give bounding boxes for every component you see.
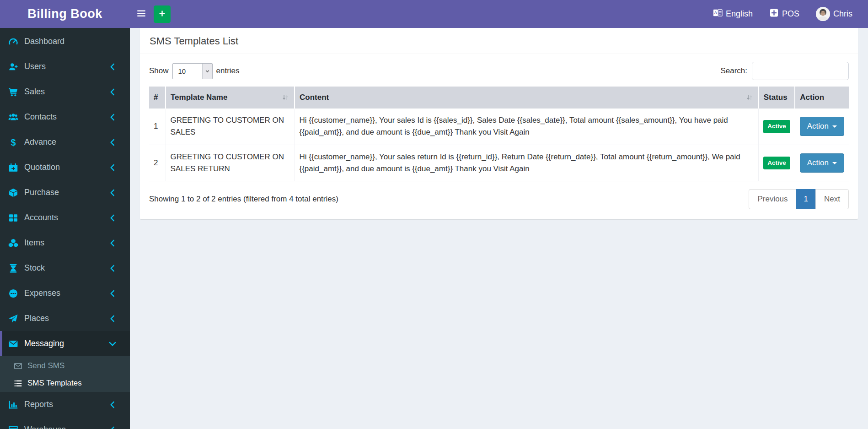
sidebar-item-label: Reports bbox=[24, 400, 53, 409]
show-label: Show bbox=[149, 66, 169, 76]
sidebar-item-label: Quotation bbox=[24, 163, 60, 172]
sidebar-item-places[interactable]: Places bbox=[0, 306, 130, 331]
sidebar-item-dashboard[interactable]: Dashboard bbox=[0, 29, 130, 54]
language-menu[interactable]: A English bbox=[707, 0, 759, 28]
sms-templates-panel: SMS Templates List Show 10 entries Searc… bbox=[140, 26, 858, 219]
sidebar-item-messaging[interactable]: Messaging bbox=[0, 331, 130, 356]
table-icon bbox=[8, 425, 18, 429]
plus-icon bbox=[158, 10, 166, 19]
column-header-template-name[interactable]: Template Name bbox=[166, 87, 295, 109]
templates-table: #Template NameContentStatusAction 1GREET… bbox=[149, 87, 849, 181]
chevron-left-icon bbox=[107, 137, 118, 147]
sidebar-item-label: Expenses bbox=[24, 288, 60, 298]
sidebar-subitem-sms-templates[interactable]: SMS Templates bbox=[0, 375, 130, 392]
plus-square-icon bbox=[769, 8, 779, 20]
sidebar-item-sales[interactable]: Sales bbox=[0, 79, 130, 104]
sidebar-item-contacts[interactable]: Contacts bbox=[0, 104, 130, 130]
cube-icon bbox=[8, 188, 18, 198]
sidebar: DashboardUsersSalesContacts$AdvanceQuota… bbox=[0, 28, 130, 429]
pagination-previous[interactable]: Previous bbox=[749, 189, 796, 209]
chevron-left-icon bbox=[107, 314, 118, 324]
pos-label: POS bbox=[782, 9, 799, 19]
action-button-label: Action bbox=[807, 122, 829, 131]
sidebar-item-items[interactable]: Items bbox=[0, 230, 130, 255]
sidebar-subitem-label: SMS Templates bbox=[27, 379, 82, 388]
sidebar-item-advance[interactable]: $Advance bbox=[0, 130, 130, 155]
template-name-cell: GREETING TO CUSTOMER ON SALES bbox=[166, 109, 295, 145]
sidebar-item-stock[interactable]: Stock bbox=[0, 255, 130, 281]
column-header-label: Action bbox=[800, 93, 824, 102]
list-icon bbox=[14, 379, 22, 388]
template-name-cell: GREETING TO CUSTOMER ON SALES RETURN bbox=[166, 145, 295, 181]
sidebar-item-label: Messaging bbox=[24, 339, 64, 348]
sidebar-subitem-send-sms[interactable]: Send SMS bbox=[0, 357, 130, 375]
entries-label: entries bbox=[216, 66, 240, 76]
pos-link[interactable]: POS bbox=[763, 0, 806, 28]
chevron-down-icon bbox=[202, 64, 212, 79]
column-header-content[interactable]: Content bbox=[295, 87, 759, 109]
minus-circle-icon bbox=[8, 288, 18, 299]
row-number-cell: 1 bbox=[149, 109, 166, 145]
chevron-left-icon bbox=[107, 87, 118, 97]
sidebar-item-expenses[interactable]: Expenses bbox=[0, 281, 130, 306]
page-length-select[interactable]: 10 bbox=[172, 63, 213, 79]
user-menu[interactable]: Chris bbox=[809, 0, 859, 28]
table-row: 1GREETING TO CUSTOMER ON SALESHi {{custo… bbox=[149, 109, 849, 145]
pagination-page-1[interactable]: 1 bbox=[796, 189, 816, 209]
cart-icon bbox=[8, 87, 18, 97]
action-button[interactable]: Action bbox=[800, 153, 844, 173]
top-navbar: Billing Book A English POS bbox=[0, 0, 868, 28]
sidebar-item-label: Accounts bbox=[24, 213, 58, 223]
sidebar-menu: DashboardUsersSalesContacts$AdvanceQuota… bbox=[0, 28, 130, 429]
action-button[interactable]: Action bbox=[800, 117, 844, 136]
sidebar-item-label: Dashboard bbox=[24, 37, 64, 46]
chevron-left-icon bbox=[107, 213, 118, 223]
column-header-label: # bbox=[154, 93, 158, 102]
sidebar-item-quotation[interactable]: Quotation bbox=[0, 155, 130, 180]
status-cell: Active bbox=[759, 109, 795, 145]
chevron-left-icon bbox=[107, 188, 118, 198]
search-label: Search: bbox=[720, 66, 747, 76]
navbar-right: A English POS Chris bbox=[707, 0, 868, 28]
row-number-cell: 2 bbox=[149, 145, 166, 181]
status-badge: Active bbox=[763, 157, 790, 170]
cubes-icon bbox=[8, 238, 18, 248]
sidebar-toggle-button[interactable] bbox=[131, 0, 152, 28]
user-name: Chris bbox=[833, 9, 852, 19]
template-content-cell: Hi {{customer_name}}, Your sales Id is {… bbox=[295, 109, 759, 145]
pagination: Previous 1 Next bbox=[749, 189, 849, 209]
chevron-left-icon bbox=[107, 288, 118, 299]
column-header-label: Content bbox=[300, 93, 329, 102]
search-input[interactable] bbox=[752, 62, 849, 80]
page-length-value: 10 bbox=[173, 64, 202, 79]
caret-down-icon bbox=[832, 162, 837, 164]
sidebar-item-label: Users bbox=[24, 62, 46, 71]
action-cell: Action bbox=[795, 109, 849, 145]
pagination-next[interactable]: Next bbox=[815, 189, 849, 209]
template-content-cell: Hi {{customer_name}}, Your sales return … bbox=[295, 145, 759, 181]
column-header-label: Status bbox=[764, 93, 788, 102]
sidebar-item-purchase[interactable]: Purchase bbox=[0, 180, 130, 205]
column-header-[interactable]: # bbox=[149, 87, 166, 109]
chevron-left-icon bbox=[107, 112, 118, 122]
table-info: Showing 1 to 2 of 2 entries (filtered fr… bbox=[149, 195, 338, 204]
quick-add-button[interactable] bbox=[154, 5, 171, 23]
sidebar-item-users[interactable]: Users bbox=[0, 54, 130, 79]
calendar-plus-icon bbox=[8, 163, 18, 173]
sidebar-item-accounts[interactable]: Accounts bbox=[0, 205, 130, 230]
envelope-icon bbox=[8, 339, 18, 349]
sort-icon bbox=[742, 93, 754, 102]
table-row: 2GREETING TO CUSTOMER ON SALES RETURNHi … bbox=[149, 145, 849, 181]
sidebar-item-warehouse[interactable]: Warehouse bbox=[0, 417, 130, 429]
sidebar-item-label: Stock bbox=[24, 263, 45, 273]
grid-icon bbox=[8, 213, 18, 223]
brand-logo[interactable]: Billing Book bbox=[0, 0, 130, 28]
hourglass-icon bbox=[8, 263, 18, 273]
sidebar-item-reports[interactable]: Reports bbox=[0, 392, 130, 417]
column-header-action: Action bbox=[795, 87, 849, 109]
chevron-left-icon bbox=[107, 400, 118, 410]
sidebar-item-label: Sales bbox=[24, 87, 45, 97]
paper-plane-icon bbox=[8, 314, 18, 324]
sort-icon bbox=[278, 93, 289, 102]
sidebar-item-label: Advance bbox=[24, 137, 56, 147]
